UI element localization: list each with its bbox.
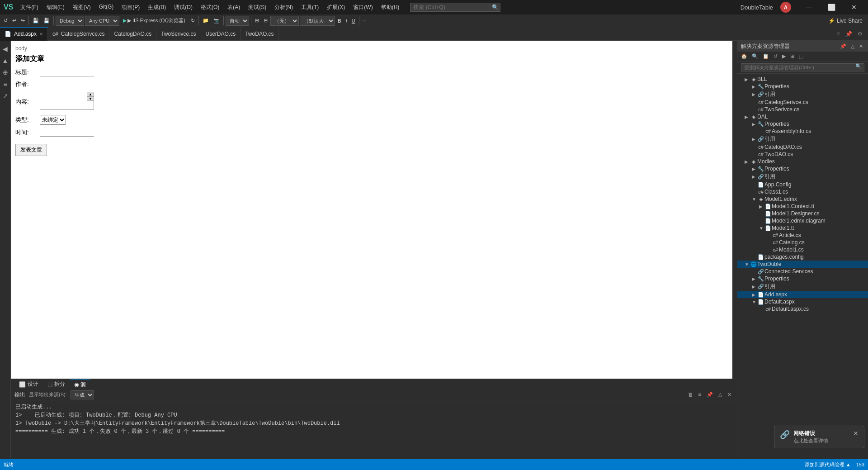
menu-edit[interactable]: 编辑(E) [43, 2, 68, 13]
tree-item-app-config[interactable]: 📄 App.Config [737, 181, 868, 188]
menu-extensions[interactable]: 扩展(X) [323, 2, 349, 13]
toolbar-new-btn[interactable]: ↺ [2, 17, 9, 24]
expand-twoduble[interactable]: ▼ [745, 262, 750, 267]
tree-item-model1-context-tt[interactable]: ▶ 📄 Model1.Context.tt [737, 203, 868, 210]
user-avatar[interactable]: A [780, 2, 791, 13]
liveshare-button[interactable]: ⚡ Live Share [825, 17, 866, 25]
expand-add-aspx[interactable]: ▶ [752, 292, 757, 297]
maximize-button[interactable]: ⬜ [821, 0, 842, 14]
tree-item-dal[interactable]: ▶ ◈ DAL [737, 113, 868, 120]
output-source-select[interactable]: 生成 [71, 390, 94, 399]
spinner-up[interactable]: ▲ [87, 92, 94, 96]
spinner-down[interactable]: ▼ [87, 96, 94, 101]
expand-modles-ref[interactable]: ▶ [752, 174, 757, 179]
tab-catelog-dao[interactable]: CatelogDAO.cs [109, 27, 156, 41]
tree-item-model1-tt[interactable]: ▼ 📄 Model1.tt [737, 224, 868, 232]
design-tab[interactable]: ⬜ 设计 [14, 379, 43, 389]
tree-item-add-aspx[interactable]: ▶ 📄 Add.aspx [737, 291, 868, 298]
expand-twoduble-ref[interactable]: ▶ [752, 284, 757, 289]
toolbar-underline-btn[interactable]: U [350, 17, 357, 24]
toolbar-folder-btn[interactable]: 📁 [201, 17, 211, 24]
tree-item-dal-ref[interactable]: ▶ 🔗 引用 [737, 135, 868, 143]
minimize-button[interactable]: — [798, 0, 819, 14]
toolbar-italic-btn[interactable]: I [344, 17, 349, 24]
toolbar-camera-btn[interactable]: 📷 [212, 17, 222, 24]
expand-context-tt[interactable]: ▶ [759, 204, 764, 209]
toolbar-undo-btn[interactable]: ↩ [10, 17, 18, 24]
sidebar-tb-btn-6[interactable]: ⊞ [788, 52, 796, 60]
sidebar-tb-btn-3[interactable]: 📋 [761, 52, 771, 60]
tree-item-connected-services[interactable]: 🔗 Connected Services [737, 268, 868, 275]
sidebar-tb-btn-1[interactable]: 🏠 [739, 52, 749, 60]
sidebar-search-input[interactable] [741, 63, 864, 71]
tree-item-class1[interactable]: c# Class1.cs [737, 188, 868, 195]
menu-file[interactable]: 文件(F) [17, 2, 42, 13]
sidebar-tb-btn-2[interactable]: 🔍 [750, 52, 760, 60]
sidebar-tb-btn-7[interactable]: ⬚ [797, 52, 805, 60]
output-expand-btn[interactable]: △ [717, 391, 724, 399]
output-close-btn[interactable]: ✕ [726, 391, 733, 399]
expand-bll[interactable]: ▶ [745, 77, 750, 82]
tab-pin-btn[interactable]: 📌 [844, 30, 854, 38]
tree-item-default-aspx[interactable]: ▼ 📄 Default.aspx [737, 298, 868, 305]
expand-dal[interactable]: ▶ [745, 114, 750, 119]
menu-view[interactable]: 视图(V) [69, 2, 94, 13]
editor-scrollbar[interactable] [732, 41, 737, 379]
tab-two-dao[interactable]: TwoDAO.cs [241, 27, 278, 41]
menu-project[interactable]: 项目(P) [118, 2, 143, 13]
menu-build[interactable]: 生成(B) [144, 2, 170, 13]
expand-model1-tt[interactable]: ▼ [759, 226, 764, 231]
toolbar-redo-btn[interactable]: ↪ [19, 17, 27, 24]
run-button[interactable]: ▶ ▶ IIS Express (QQ浏览器) [120, 16, 188, 25]
field-title-input[interactable] [40, 68, 94, 76]
toolbar-grid-btn[interactable]: ⊞ [253, 17, 261, 24]
expand-model1[interactable]: ▼ [752, 197, 757, 202]
field-author-input[interactable] [40, 80, 94, 88]
toolbar-refresh-btn[interactable]: ↻ [189, 17, 197, 24]
field-content-textarea[interactable] [40, 92, 94, 110]
menu-debug[interactable]: 调试(D) [170, 2, 196, 13]
sidebar-pin-btn[interactable]: 📌 [839, 43, 848, 50]
close-button[interactable]: ✕ [844, 0, 864, 14]
tree-item-twoduble-props[interactable]: ▶ 🔧 Properties [737, 275, 868, 282]
expand-bll-ref[interactable]: ▶ [752, 92, 757, 97]
sidebar-tb-btn-5[interactable]: ▶ [780, 52, 788, 60]
tree-item-catelog-service[interactable]: c# CatelogSerivce.cs [737, 99, 868, 106]
tree-item-bll[interactable]: ▶ ◈ BLL [737, 76, 868, 83]
style-select[interactable]: （无） [270, 16, 299, 26]
tree-item-model1-edmx[interactable]: ▼ ◈ Model1.edmx [737, 195, 868, 203]
field-time-input[interactable] [40, 128, 94, 137]
menu-test[interactable]: 测试(S) [245, 2, 270, 13]
tab-two-service[interactable]: TwoSerivce.cs [156, 27, 201, 41]
tab-close-btn[interactable]: ✕ [39, 32, 43, 37]
split-tab[interactable]: ⬚ 拆分 [43, 379, 70, 389]
tab-user-dao[interactable]: UserDAO.cs [201, 27, 241, 41]
tree-item-article[interactable]: c# Article.cs [737, 232, 868, 239]
tree-item-catelog[interactable]: c# Catelog.cs [737, 239, 868, 246]
status-source-control[interactable]: 添加到源代码管理 ▲ [805, 461, 851, 468]
tree-item-modles-ref[interactable]: ▶ 🔗 引用 [737, 172, 868, 181]
expand-twoduble-props[interactable]: ▶ [752, 276, 757, 281]
expand-bll-props[interactable]: ▶ [752, 84, 757, 89]
tree-item-packages-config[interactable]: 📄 packages.config [737, 253, 868, 261]
gutter-icon-4[interactable]: ≡ [2, 80, 8, 89]
toolbar-grid2-btn[interactable]: ⊟ [262, 17, 269, 24]
tree-item-two-dao[interactable]: c# TwoDAO.cs [737, 151, 868, 158]
size-select[interactable]: （默认大· [300, 16, 335, 26]
output-clear-btn[interactable]: 🗑 [686, 391, 695, 399]
source-tab[interactable]: ◉ 源 [70, 379, 90, 389]
gutter-icon-2[interactable]: ▲ [1, 56, 9, 65]
global-search-input[interactable] [410, 3, 500, 12]
output-pin-btn[interactable]: 📌 [705, 391, 715, 399]
toolbar-bold-btn[interactable]: B [336, 17, 343, 24]
tree-item-assembly-info[interactable]: c# AssemblyInfo.cs [737, 128, 868, 135]
tree-item-model1-cs[interactable]: c# Model1.cs [737, 246, 868, 253]
sidebar-expand-btn[interactable]: △ [849, 43, 856, 50]
tab-add-aspx[interactable]: 📄 Add.aspx ✕ [0, 27, 48, 41]
toolbar-save-all-btn[interactable]: 💾 [42, 17, 52, 24]
expand-default-aspx[interactable]: ▼ [752, 299, 757, 304]
tree-item-default-aspx-cs[interactable]: c# Default.aspx.cs [737, 305, 868, 313]
field-type-select[interactable]: 未绑定 [40, 115, 66, 125]
tree-item-catelog-dao[interactable]: c# CatelogDAO.cs [737, 143, 868, 151]
expand-dal-ref[interactable]: ▶ [752, 137, 757, 142]
